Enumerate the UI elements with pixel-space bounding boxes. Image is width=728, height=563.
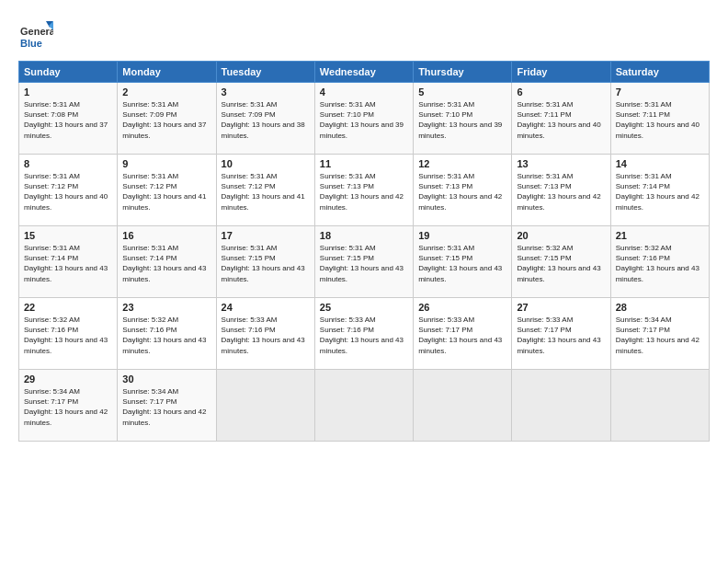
day-number: 24	[222, 302, 310, 313]
calendar-cell: 24 Sunrise: 5:33 AMSunset: 7:16 PMDaylig…	[216, 298, 314, 370]
calendar-cell: 19 Sunrise: 5:31 AMSunset: 7:15 PMDaylig…	[414, 226, 512, 298]
day-number: 4	[320, 86, 408, 98]
calendar-cell	[314, 370, 413, 442]
day-number: 21	[616, 230, 704, 241]
day-number: 18	[320, 230, 408, 241]
day-number: 27	[517, 302, 605, 313]
col-wednesday: Wednesday	[314, 62, 413, 83]
calendar-week-row: 1 Sunrise: 5:31 AMSunset: 7:08 PMDayligh…	[19, 83, 710, 155]
cell-info: Sunrise: 5:31 AMSunset: 7:12 PMDaylight:…	[222, 172, 305, 212]
cell-info: Sunrise: 5:31 AMSunset: 7:13 PMDaylight:…	[418, 172, 502, 212]
calendar-cell	[610, 370, 709, 442]
calendar-cell: 29 Sunrise: 5:34 AMSunset: 7:17 PMDaylig…	[19, 370, 118, 442]
calendar-week-row: 8 Sunrise: 5:31 AMSunset: 7:12 PMDayligh…	[19, 155, 710, 226]
cell-info: Sunrise: 5:31 AMSunset: 7:09 PMDaylight:…	[222, 100, 305, 140]
cell-info: Sunrise: 5:33 AMSunset: 7:16 PMDaylight:…	[320, 316, 404, 355]
day-number: 23	[122, 302, 210, 313]
cell-info: Sunrise: 5:31 AMSunset: 7:15 PMDaylight:…	[418, 244, 502, 283]
day-number: 9	[122, 158, 210, 169]
day-number: 22	[24, 302, 112, 313]
calendar-cell	[216, 370, 314, 442]
calendar-cell: 15 Sunrise: 5:31 AMSunset: 7:14 PMDaylig…	[19, 226, 118, 298]
logo-icon: General Blue	[18, 17, 53, 52]
day-number: 20	[517, 230, 605, 241]
calendar-cell	[414, 370, 512, 442]
calendar-cell: 5 Sunrise: 5:31 AMSunset: 7:10 PMDayligh…	[414, 83, 512, 155]
calendar-cell: 25 Sunrise: 5:33 AMSunset: 7:16 PMDaylig…	[314, 298, 413, 370]
cell-info: Sunrise: 5:32 AMSunset: 7:16 PMDaylight:…	[24, 316, 108, 355]
day-number: 6	[517, 86, 605, 98]
day-number: 30	[122, 373, 210, 385]
cell-info: Sunrise: 5:31 AMSunset: 7:10 PMDaylight:…	[418, 100, 502, 140]
day-number: 15	[24, 230, 112, 241]
cell-info: Sunrise: 5:33 AMSunset: 7:16 PMDaylight:…	[222, 316, 305, 355]
calendar-cell: 9 Sunrise: 5:31 AMSunset: 7:12 PMDayligh…	[118, 155, 216, 226]
svg-text:Blue: Blue	[20, 38, 42, 49]
calendar-cell: 1 Sunrise: 5:31 AMSunset: 7:08 PMDayligh…	[19, 83, 118, 155]
calendar-cell: 3 Sunrise: 5:31 AMSunset: 7:09 PMDayligh…	[216, 83, 314, 155]
day-number: 10	[222, 158, 310, 169]
calendar-cell: 23 Sunrise: 5:32 AMSunset: 7:16 PMDaylig…	[118, 298, 216, 370]
cell-info: Sunrise: 5:33 AMSunset: 7:17 PMDaylight:…	[517, 316, 600, 355]
col-tuesday: Tuesday	[216, 62, 314, 83]
calendar-cell: 14 Sunrise: 5:31 AMSunset: 7:14 PMDaylig…	[610, 155, 709, 226]
calendar-cell: 13 Sunrise: 5:31 AMSunset: 7:13 PMDaylig…	[512, 155, 610, 226]
cell-info: Sunrise: 5:31 AMSunset: 7:14 PMDaylight:…	[24, 244, 108, 283]
cell-info: Sunrise: 5:34 AMSunset: 7:17 PMDaylight:…	[24, 387, 108, 427]
svg-text:General: General	[20, 26, 53, 37]
calendar-cell: 17 Sunrise: 5:31 AMSunset: 7:15 PMDaylig…	[216, 226, 314, 298]
day-number: 29	[24, 373, 112, 385]
day-number: 25	[320, 302, 408, 313]
day-number: 12	[418, 158, 506, 169]
col-monday: Monday	[118, 62, 216, 83]
calendar-cell: 26 Sunrise: 5:33 AMSunset: 7:17 PMDaylig…	[414, 298, 512, 370]
calendar-cell: 30 Sunrise: 5:34 AMSunset: 7:17 PMDaylig…	[118, 370, 216, 442]
calendar-week-row: 29 Sunrise: 5:34 AMSunset: 7:17 PMDaylig…	[19, 370, 710, 442]
calendar-cell: 10 Sunrise: 5:31 AMSunset: 7:12 PMDaylig…	[216, 155, 314, 226]
calendar-cell: 20 Sunrise: 5:32 AMSunset: 7:15 PMDaylig…	[512, 226, 610, 298]
day-number: 5	[418, 86, 506, 98]
day-number: 28	[616, 302, 704, 313]
day-number: 17	[222, 230, 310, 241]
logo: General Blue	[18, 17, 59, 52]
day-number: 11	[320, 158, 408, 169]
day-number: 1	[24, 86, 112, 98]
cell-info: Sunrise: 5:31 AMSunset: 7:08 PMDaylight:…	[24, 100, 108, 140]
calendar-week-row: 15 Sunrise: 5:31 AMSunset: 7:14 PMDaylig…	[19, 226, 710, 298]
calendar-cell: 28 Sunrise: 5:34 AMSunset: 7:17 PMDaylig…	[610, 298, 709, 370]
cell-info: Sunrise: 5:34 AMSunset: 7:17 PMDaylight:…	[616, 316, 700, 355]
day-number: 7	[616, 86, 704, 98]
cell-info: Sunrise: 5:31 AMSunset: 7:12 PMDaylight:…	[122, 172, 206, 212]
calendar-table: Sunday Monday Tuesday Wednesday Thursday…	[18, 61, 710, 442]
cell-info: Sunrise: 5:31 AMSunset: 7:13 PMDaylight:…	[517, 172, 600, 212]
col-saturday: Saturday	[610, 62, 709, 83]
cell-info: Sunrise: 5:31 AMSunset: 7:15 PMDaylight:…	[222, 244, 305, 283]
cell-info: Sunrise: 5:31 AMSunset: 7:13 PMDaylight:…	[320, 172, 404, 212]
col-sunday: Sunday	[19, 62, 118, 83]
calendar-cell: 4 Sunrise: 5:31 AMSunset: 7:10 PMDayligh…	[314, 83, 413, 155]
calendar-cell: 11 Sunrise: 5:31 AMSunset: 7:13 PMDaylig…	[314, 155, 413, 226]
header: General Blue	[18, 17, 710, 52]
calendar-cell: 2 Sunrise: 5:31 AMSunset: 7:09 PMDayligh…	[118, 83, 216, 155]
calendar-cell: 7 Sunrise: 5:31 AMSunset: 7:11 PMDayligh…	[610, 83, 709, 155]
day-number: 3	[222, 86, 310, 98]
col-thursday: Thursday	[414, 62, 512, 83]
day-number: 26	[418, 302, 506, 313]
day-number: 2	[122, 86, 210, 98]
calendar-cell: 8 Sunrise: 5:31 AMSunset: 7:12 PMDayligh…	[19, 155, 118, 226]
cell-info: Sunrise: 5:32 AMSunset: 7:15 PMDaylight:…	[517, 244, 600, 283]
day-number: 14	[616, 158, 704, 169]
calendar-header-row: Sunday Monday Tuesday Wednesday Thursday…	[19, 62, 710, 83]
day-number: 16	[122, 230, 210, 241]
page: General Blue Sunday Monday Tuesday Wedne…	[0, 0, 728, 563]
calendar-cell: 21 Sunrise: 5:32 AMSunset: 7:16 PMDaylig…	[610, 226, 709, 298]
calendar-cell: 6 Sunrise: 5:31 AMSunset: 7:11 PMDayligh…	[512, 83, 610, 155]
cell-info: Sunrise: 5:32 AMSunset: 7:16 PMDaylight:…	[616, 244, 700, 283]
col-friday: Friday	[512, 62, 610, 83]
day-number: 19	[418, 230, 506, 241]
cell-info: Sunrise: 5:31 AMSunset: 7:09 PMDaylight:…	[122, 100, 206, 140]
cell-info: Sunrise: 5:31 AMSunset: 7:11 PMDaylight:…	[517, 100, 600, 140]
calendar-cell: 22 Sunrise: 5:32 AMSunset: 7:16 PMDaylig…	[19, 298, 118, 370]
calendar-cell: 16 Sunrise: 5:31 AMSunset: 7:14 PMDaylig…	[118, 226, 216, 298]
cell-info: Sunrise: 5:32 AMSunset: 7:16 PMDaylight:…	[122, 316, 206, 355]
